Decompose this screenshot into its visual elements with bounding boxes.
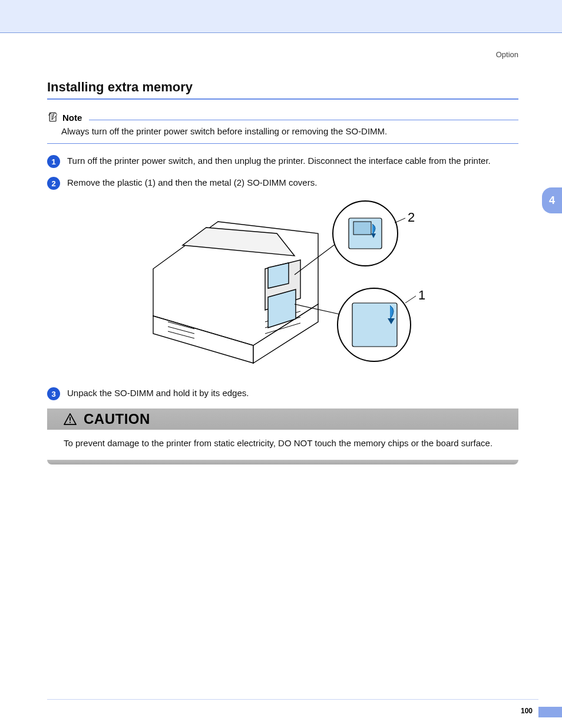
step-3: 3 Unpack the SO-DIMM and hold it by its … <box>47 387 518 400</box>
svg-line-19 <box>395 218 405 223</box>
step-1: 1 Turn off the printer power switch, and… <box>47 154 518 168</box>
note-body: Always turn off the printer power switch… <box>61 126 518 137</box>
title-rule <box>47 98 518 100</box>
step-text: Unpack the SO-DIMM and hold it by its ed… <box>67 387 249 400</box>
caution-footer-bar <box>47 460 518 465</box>
step-bullet: 1 <box>47 155 60 168</box>
page-content: Installing extra memory Note Always turn… <box>47 80 518 465</box>
step-2: 2 Remove the plastic (1) and then the me… <box>47 176 518 190</box>
printer-diagram: 2 1 <box>118 198 448 375</box>
note-header: Note <box>47 111 518 123</box>
note-label: Note <box>62 113 82 123</box>
page-title: Installing extra memory <box>47 80 518 95</box>
svg-rect-26 <box>70 417 71 421</box>
note-rule <box>89 120 518 120</box>
svg-rect-17 <box>353 222 371 235</box>
caution-header: CAUTION <box>47 409 518 430</box>
footer-accent <box>538 707 562 717</box>
top-band <box>0 0 562 33</box>
svg-line-24 <box>405 296 416 303</box>
step-bullet: 2 <box>47 177 60 190</box>
step-text: Remove the plastic (1) and then the meta… <box>67 176 317 190</box>
svg-marker-13 <box>268 263 289 288</box>
step-text: Turn off the printer power switch, and t… <box>67 154 491 168</box>
note-icon <box>47 111 59 123</box>
caution-label: CAUTION <box>84 411 150 427</box>
svg-rect-27 <box>70 422 71 423</box>
step-bullet: 3 <box>47 387 60 400</box>
page-number: 100 <box>521 707 533 715</box>
callout-label-1: 1 <box>418 288 425 302</box>
warning-icon <box>64 413 77 425</box>
callout-label-2: 2 <box>408 210 415 225</box>
note-close-rule <box>47 143 518 144</box>
section-header: Option <box>496 50 518 59</box>
caution-body: To prevent damage to the printer from st… <box>47 430 518 460</box>
illustration: 2 1 <box>47 198 518 375</box>
chapter-tab[interactable]: 4 <box>542 187 562 213</box>
footer-rule <box>47 699 538 700</box>
